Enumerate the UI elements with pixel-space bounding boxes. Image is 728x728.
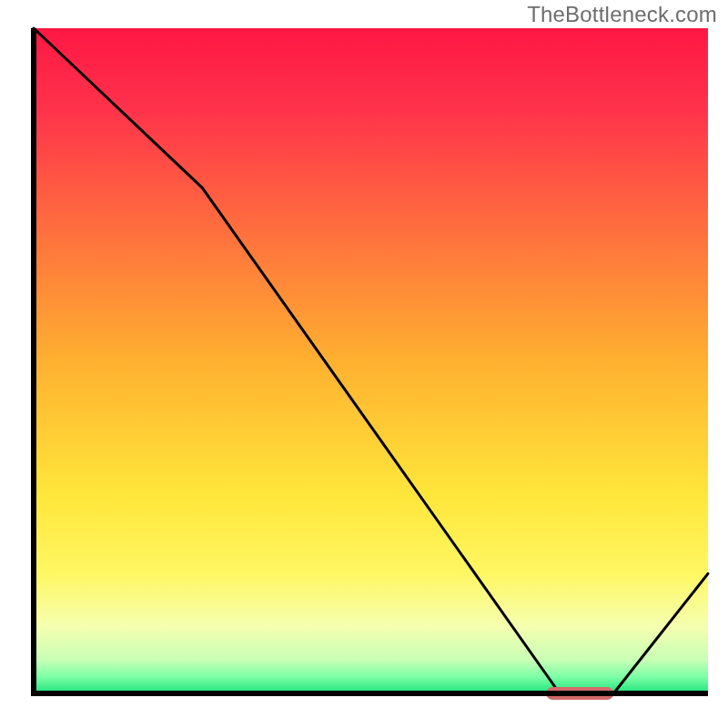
brand-watermark: TheBottleneck.com <box>527 2 717 27</box>
plot-background <box>34 28 708 693</box>
chart-container: TheBottleneck.com <box>0 0 728 728</box>
bottleneck-curve-chart <box>0 0 728 728</box>
